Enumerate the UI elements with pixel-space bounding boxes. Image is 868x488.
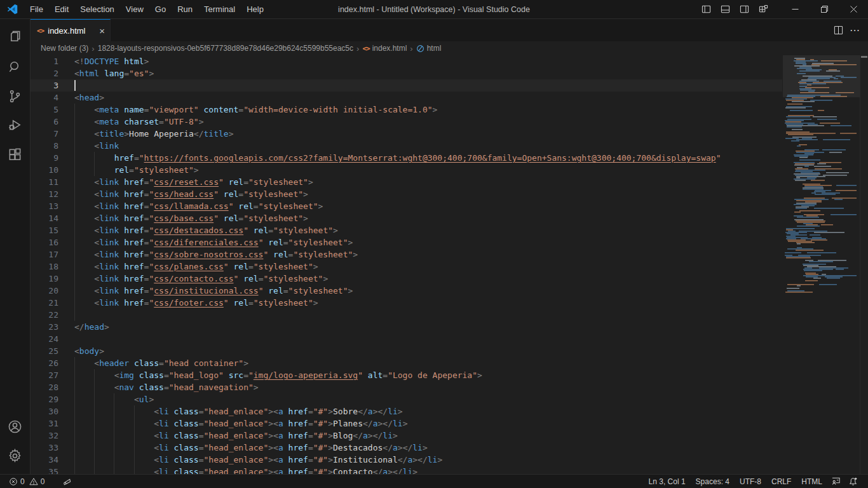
run-debug-icon[interactable] <box>0 111 31 140</box>
customize-layout-icon[interactable] <box>755 2 771 17</box>
menu-item-terminal[interactable]: Terminal <box>198 0 241 18</box>
code-line-16[interactable]: 16 <link href="css/diferenciales.css" re… <box>31 236 782 248</box>
line-number: 18 <box>31 261 58 273</box>
code-line-29[interactable]: 29 <ul> <box>31 393 782 405</box>
language-mode[interactable]: HTML <box>796 477 827 486</box>
breadcrumb-item[interactable]: <>index.html <box>362 44 407 53</box>
restore-button[interactable] <box>810 0 839 19</box>
source-control-icon[interactable] <box>0 81 31 111</box>
indentation-setting[interactable]: Spaces: 4 <box>691 477 735 486</box>
code-text: <meta charset="UTF-8"> <box>74 116 204 128</box>
editor-scrollbar[interactable] <box>860 55 868 474</box>
code-line-20[interactable]: 20 <link href="css/institucional.css" re… <box>31 285 782 297</box>
code-line-31[interactable]: 31 <li class="head_enlace"><a href="#">P… <box>31 417 782 430</box>
code-text: </head> <box>74 321 109 333</box>
split-editor-icon[interactable] <box>834 25 843 35</box>
code-text: <!DOCTYPE html> <box>74 55 149 67</box>
extensions-icon[interactable] <box>0 140 31 169</box>
code-line-30[interactable]: 30 <li class="head_enlace"><a href="#">S… <box>31 405 782 417</box>
code-editor[interactable]: 1<!DOCTYPE html>2<html lang="es">34<head… <box>31 55 868 474</box>
code-line-3[interactable]: 3 <box>31 79 782 92</box>
close-window-button[interactable] <box>839 0 868 19</box>
code-line-5[interactable]: 5 <meta name="viewport" content="width=d… <box>31 104 782 116</box>
tab-index-html[interactable]: <> index.html × <box>31 19 111 41</box>
code-text: <li class="head_enlace"><a href="#">Inst… <box>74 454 442 466</box>
accounts-icon[interactable] <box>0 412 31 441</box>
code-line-2[interactable]: 2<html lang="es"> <box>31 67 782 79</box>
code-line-27[interactable]: 27 <img class="head_logo" src="img/logo-… <box>31 369 782 381</box>
code-line-12[interactable]: 12 <link href="css/head.css" rel="styles… <box>31 188 782 200</box>
toggle-primary-sidebar-icon[interactable] <box>698 2 714 17</box>
problems-indicator[interactable]: 0 0 <box>6 477 47 486</box>
cursor-position[interactable]: Ln 3, Col 1 <box>644 477 691 486</box>
code-text: rel="stylesheet"> <box>74 164 199 176</box>
code-line-11[interactable]: 11 <link href="css/reset.css" rel="style… <box>31 176 782 188</box>
code-line-7[interactable]: 7 <title>Home Apeperia</title> <box>31 128 782 140</box>
line-number: 3 <box>31 79 58 92</box>
code-line-21[interactable]: 21 <link href="css/footer.css" rel="styl… <box>31 297 782 309</box>
code-line-28[interactable]: 28 <nav class="head_navegation"> <box>31 381 782 393</box>
code-line-14[interactable]: 14 <link href="css/base.css" rel="styles… <box>31 212 782 224</box>
code-text: <link href="css/diferenciales.css" rel="… <box>74 236 353 248</box>
code-line-34[interactable]: 34 <li class="head_enlace"><a href="#">I… <box>31 454 782 466</box>
code-line-4[interactable]: 4<head> <box>31 92 782 104</box>
code-line-8[interactable]: 8 <link <box>31 140 782 152</box>
toggle-secondary-sidebar-icon[interactable] <box>736 2 752 17</box>
code-line-18[interactable]: 18 <link href="css/planes.css" rel="styl… <box>31 261 782 273</box>
code-line-19[interactable]: 19 <link href="css/contacto.css" rel="st… <box>31 273 782 285</box>
code-line-26[interactable]: 26 <header class="head container"> <box>31 357 782 369</box>
code-line-9[interactable]: 9 href="https://fonts.googleapis.com/css… <box>31 152 782 164</box>
code-line-35[interactable]: 35 <li class="head_enlace"><a href="#">C… <box>31 466 782 474</box>
code-line-17[interactable]: 17 <link href="css/sobre-nosotros.css" r… <box>31 248 782 261</box>
code-line-32[interactable]: 32 <li class="head_enlace"><a href="#">B… <box>31 430 782 442</box>
code-text: <link href="css/contacto.css" rel="style… <box>74 273 328 285</box>
code-line-6[interactable]: 6 <meta charset="UTF-8"> <box>31 116 782 128</box>
more-actions-icon[interactable]: ⋯ <box>850 24 860 36</box>
search-icon[interactable] <box>0 52 31 81</box>
code-line-33[interactable]: 33 <li class="head_enlace"><a href="#">D… <box>31 442 782 454</box>
breadcrumb-item[interactable]: 1828-layouts-responsivos-0eb5f677738d89e… <box>98 44 353 53</box>
code-text: <link href="css/planes.css" rel="stylesh… <box>74 261 318 273</box>
code-line-13[interactable]: 13 <link href="css/llamada.css" rel="sty… <box>31 200 782 212</box>
notifications-bell-icon[interactable] <box>844 477 862 486</box>
code-line-15[interactable]: 15 <link href="css/destacados.css" rel="… <box>31 224 782 236</box>
code-line-23[interactable]: 23</head> <box>31 321 782 333</box>
menu-item-go[interactable]: Go <box>149 0 172 18</box>
tab-label: index.html <box>48 26 95 36</box>
feedback-icon[interactable] <box>827 477 844 486</box>
launch-status-icon[interactable] <box>58 477 76 486</box>
menu-item-view[interactable]: View <box>120 0 149 18</box>
code-line-25[interactable]: 25<body> <box>31 345 782 357</box>
menu-item-run[interactable]: Run <box>172 0 198 18</box>
encoding-setting[interactable]: UTF-8 <box>735 477 766 486</box>
tab-bar: <> index.html × ⋯ <box>31 19 868 41</box>
line-number: 22 <box>31 309 58 321</box>
breadcrumb-item[interactable]: New folder (3) <box>41 44 88 53</box>
line-number: 33 <box>31 442 58 454</box>
menu-item-edit[interactable]: Edit <box>49 0 74 18</box>
menu-item-selection[interactable]: Selection <box>74 0 119 18</box>
minimize-button[interactable] <box>780 0 810 19</box>
code-text: <link href="css/footer.css" rel="stylesh… <box>74 297 318 309</box>
toggle-panel-icon[interactable] <box>717 2 733 17</box>
settings-gear-icon[interactable] <box>0 441 31 470</box>
breadcrumb-item[interactable]: html <box>416 44 442 53</box>
line-number: 4 <box>31 92 58 104</box>
code-text <box>74 309 94 321</box>
explorer-icon[interactable] <box>0 23 31 52</box>
code-line-10[interactable]: 10 rel="stylesheet"> <box>31 164 782 176</box>
menu-item-help[interactable]: Help <box>241 0 269 18</box>
code-line-24[interactable]: 24 <box>31 333 782 345</box>
menu-item-file[interactable]: File <box>24 0 49 18</box>
code-line-22[interactable]: 22 <box>31 309 782 321</box>
line-number: 30 <box>31 405 58 417</box>
eol-setting[interactable]: CRLF <box>766 477 796 486</box>
tab-close-icon[interactable]: × <box>99 26 105 36</box>
window-title: index.html - Untitled (Workspace) - Visu… <box>338 0 530 19</box>
minimap-slider[interactable] <box>783 55 860 97</box>
code-line-1[interactable]: 1<!DOCTYPE html> <box>31 55 782 67</box>
line-number: 14 <box>31 212 58 224</box>
breadcrumb-label: html <box>427 44 442 53</box>
minimap[interactable] <box>783 55 860 474</box>
line-number: 7 <box>31 128 58 140</box>
